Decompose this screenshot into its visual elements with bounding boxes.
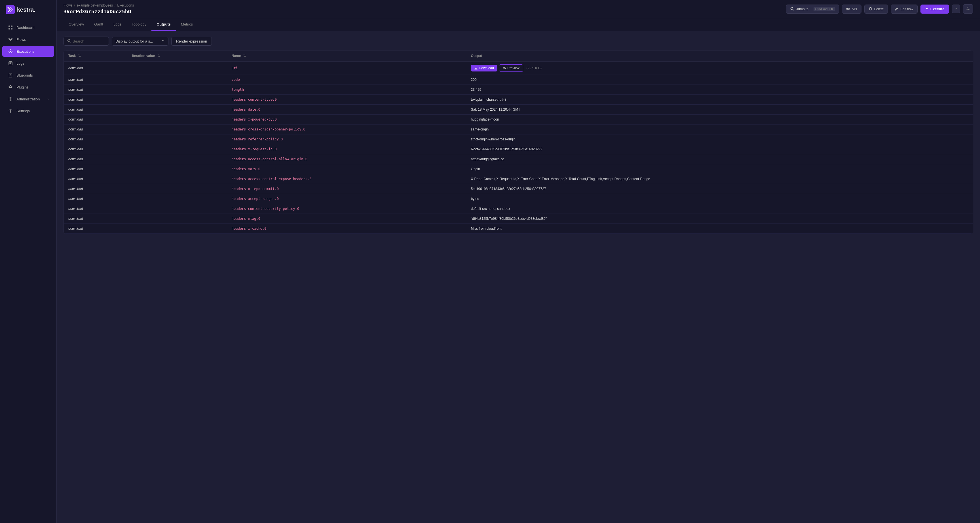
display-output-label: Display output for a s...	[115, 39, 153, 43]
cell-task: download	[64, 85, 127, 95]
tab-logs[interactable]: Logs	[108, 18, 126, 31]
cell-output: Sat, 18 May 2024 11:20:44 GMT	[466, 105, 973, 115]
sidebar-item-plugins[interactable]: Plugins	[2, 82, 54, 92]
table-row: downloaduri Download Preview(22.9 KiB)	[64, 62, 973, 75]
table-row: downloadheaders.accept-ranges.0bytes	[64, 194, 973, 204]
cell-name: headers.content-security-policy.0	[227, 204, 466, 214]
cell-name: headers.date.0	[227, 105, 466, 115]
bell-icon	[966, 6, 970, 11]
col-output: Output	[466, 51, 973, 62]
cell-name: headers.vary.0	[227, 164, 466, 174]
svg-rect-6	[9, 62, 12, 65]
cell-name: code	[227, 75, 466, 85]
cell-iteration	[127, 105, 227, 115]
cell-output: Root=1-66488f0c-6070da0c58c49f3e16920292	[466, 144, 973, 154]
table-row: downloadheaders.x-cache.0Miss from cloud…	[64, 224, 973, 234]
jump-to-button[interactable]: Jump to... Ctrl/Cmd + K	[786, 5, 839, 14]
sidebar-item-executions[interactable]: Executions	[2, 46, 54, 57]
tab-overview[interactable]: Overview	[64, 18, 89, 31]
table-row: downloadheaders.content-type.0text/plain…	[64, 95, 973, 105]
trash-icon	[869, 7, 872, 11]
cell-output: same-origin	[466, 124, 973, 134]
preview-button[interactable]: Preview	[499, 64, 523, 72]
svg-rect-4	[11, 28, 13, 29]
help-button[interactable]: ?	[952, 5, 960, 13]
main-content: Flows / example.get-employees / Executio…	[57, 0, 980, 523]
breadcrumb-flows[interactable]: Flows	[64, 3, 72, 7]
edit-flow-label: Edit flow	[900, 7, 913, 11]
cell-iteration	[127, 95, 227, 105]
search-input[interactable]	[73, 39, 105, 43]
cell-output: Origin	[466, 164, 973, 174]
search-box[interactable]	[64, 37, 109, 46]
cell-task: download	[64, 194, 127, 204]
sidebar-item-settings[interactable]: Settings	[2, 105, 54, 116]
kestra-logo-icon	[6, 5, 15, 14]
execute-button[interactable]: Execute	[920, 5, 949, 14]
cell-task: download	[64, 174, 127, 184]
cell-iteration	[127, 144, 227, 154]
api-button[interactable]: API	[842, 5, 861, 14]
cell-output: strict-origin-when-cross-origin	[466, 134, 973, 144]
cell-task: download	[64, 214, 127, 224]
sidebar-item-dashboard[interactable]: Dashboard	[2, 22, 54, 33]
logo: kestra.	[0, 0, 56, 19]
svg-rect-2	[11, 26, 13, 27]
download-button[interactable]: Download	[471, 65, 497, 72]
cell-iteration	[127, 124, 227, 134]
svg-rect-1	[8, 26, 10, 27]
jump-to-label: Jump to...	[796, 7, 811, 11]
cell-name: headers.etag.0	[227, 214, 466, 224]
cell-task: download	[64, 224, 127, 234]
blueprint-icon	[8, 73, 13, 78]
outputs-table: Task ⇅ Iteration value ⇅ Name ⇅ Output	[64, 50, 973, 234]
svg-point-13	[68, 40, 70, 42]
exec-icon	[8, 49, 13, 54]
cell-iteration	[127, 164, 227, 174]
breadcrumb: Flows / example.get-employees / Executio…	[64, 3, 134, 7]
render-expression-button[interactable]: Render expression	[171, 37, 212, 46]
download-icon	[474, 67, 477, 70]
notifications-button[interactable]	[963, 4, 973, 14]
cell-iteration	[127, 115, 227, 124]
cell-task: download	[64, 144, 127, 154]
tab-outputs[interactable]: Outputs	[151, 18, 176, 31]
col-name[interactable]: Name ⇅	[227, 51, 466, 62]
col-iteration-value[interactable]: Iteration value ⇅	[127, 51, 227, 62]
cell-iteration	[127, 85, 227, 95]
col-task[interactable]: Task ⇅	[64, 51, 127, 62]
cell-iteration	[127, 62, 227, 75]
svg-point-10	[791, 7, 793, 10]
tab-topology[interactable]: Topology	[126, 18, 151, 31]
svg-point-15	[504, 68, 504, 69]
cell-output: "d64a8125b7e984f80bf50b26b8adc4d973ebcd8…	[466, 214, 973, 224]
sidebar-item-administration[interactable]: Administration ›	[2, 94, 54, 104]
table-row: downloadheaders.access-control-expose-he…	[64, 174, 973, 184]
cell-name: headers.x-repo-commit.0	[227, 184, 466, 194]
cell-output: Miss from cloudfront	[466, 224, 973, 234]
breadcrumb-executions[interactable]: Executions	[117, 3, 134, 7]
cell-task: download	[64, 62, 127, 75]
table-row: downloadheaders.etag.0"d64a8125b7e984f80…	[64, 214, 973, 224]
table-row: downloadheaders.referrer-policy.0strict-…	[64, 134, 973, 144]
cell-output: https://huggingface.co	[466, 154, 973, 164]
sidebar-item-flows-label: Flows	[16, 37, 26, 42]
sidebar: kestra. Dashboard Flows Executions Logs	[0, 0, 57, 523]
delete-button[interactable]: Delete	[864, 5, 888, 14]
tabs: Overview Gantt Logs Topology Outputs Met…	[57, 18, 980, 31]
cell-output: Download Preview(22.9 KiB)	[466, 62, 973, 75]
sidebar-item-flows[interactable]: Flows	[2, 34, 54, 45]
breadcrumb-execution-name[interactable]: example.get-employees	[77, 3, 113, 7]
display-output-select[interactable]: Display output for a s...	[112, 37, 169, 46]
chevron-down-icon	[161, 39, 165, 43]
cell-output: huggingface-moon	[466, 115, 973, 124]
edit-flow-button[interactable]: Edit flow	[891, 5, 917, 14]
tab-gantt[interactable]: Gantt	[89, 18, 108, 31]
svg-rect-12	[869, 8, 872, 10]
cell-name: headers.x-cache.0	[227, 224, 466, 234]
sidebar-item-blueprints[interactable]: Blueprints	[2, 70, 54, 81]
tab-metrics[interactable]: Metrics	[176, 18, 198, 31]
cell-task: download	[64, 75, 127, 85]
table-row: downloadheaders.content-security-policy.…	[64, 204, 973, 214]
sidebar-item-logs[interactable]: Logs	[2, 58, 54, 69]
